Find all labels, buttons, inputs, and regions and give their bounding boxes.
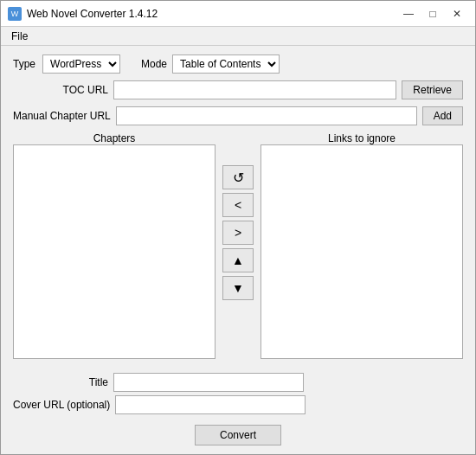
move-left-button[interactable]: < [222,193,254,217]
type-mode-row: Type WordPress Generic Wattpad Mode Tabl… [13,54,463,74]
middle-buttons: ↺ < > ▲ ▼ [215,144,261,359]
maximize-button[interactable]: □ [421,5,444,22]
links-ignore-list[interactable] [261,144,463,359]
right-arrow-icon: > [235,226,241,240]
title-row: Title [13,373,463,392]
menu-bar: File [1,27,475,46]
chapters-list[interactable] [13,144,215,359]
bottom-form: Title Cover URL (optional) [13,373,463,414]
type-label: Type [13,58,35,70]
rotate-button[interactable]: ↺ [222,165,254,189]
toc-url-input[interactable] [113,80,396,99]
main-window: W Web Novel Converter 1.4.12 — □ ✕ File … [0,0,476,455]
down-arrow-icon: ▼ [232,281,244,295]
mode-select[interactable]: Table of Contents Single Chapter [172,54,280,74]
mode-wrap: Mode Table of Contents Single Chapter [141,54,280,74]
title-label: Title [13,376,108,388]
move-right-button[interactable]: > [222,221,254,245]
move-down-button[interactable]: ▼ [222,276,254,300]
chapters-section-title: Chapters [93,132,136,144]
left-arrow-icon: < [235,198,241,212]
main-content: Type WordPress Generic Wattpad Mode Tabl… [1,46,475,454]
minimize-button[interactable]: — [397,5,420,22]
manual-chapter-url-row: Manual Chapter URL Add [13,106,463,125]
cover-url-input[interactable] [115,395,306,414]
title-input[interactable] [113,373,304,392]
retrieve-button[interactable]: Retrieve [402,80,463,99]
add-button[interactable]: Add [422,106,463,125]
convert-row: Convert [13,425,463,445]
chapters-section [13,144,215,359]
close-button[interactable]: ✕ [446,5,468,22]
file-menu[interactable]: File [4,29,35,44]
title-bar-left: W Web Novel Converter 1.4.12 [8,7,158,21]
type-select[interactable]: WordPress Generic Wattpad [42,54,120,74]
toc-url-row: TOC URL Retrieve [13,80,463,99]
title-bar-controls: — □ ✕ [397,5,468,22]
cover-url-label: Cover URL (optional) [13,399,110,411]
mode-label: Mode [141,58,167,70]
up-arrow-icon: ▲ [232,253,244,267]
title-bar: W Web Novel Converter 1.4.12 — □ ✕ [1,1,475,27]
move-up-button[interactable]: ▲ [222,248,254,272]
manual-chapter-url-label: Manual Chapter URL [13,110,111,122]
ignore-section [261,144,463,359]
rotate-icon: ↺ [233,170,244,186]
app-icon: W [8,7,22,21]
convert-button[interactable]: Convert [195,425,281,445]
manual-chapter-url-input[interactable] [116,106,417,125]
cover-url-row: Cover URL (optional) [13,395,463,414]
window-title: Web Novel Converter 1.4.12 [27,8,158,20]
toc-url-label: TOC URL [13,84,108,96]
links-ignore-section-title: Links to ignore [328,132,396,144]
